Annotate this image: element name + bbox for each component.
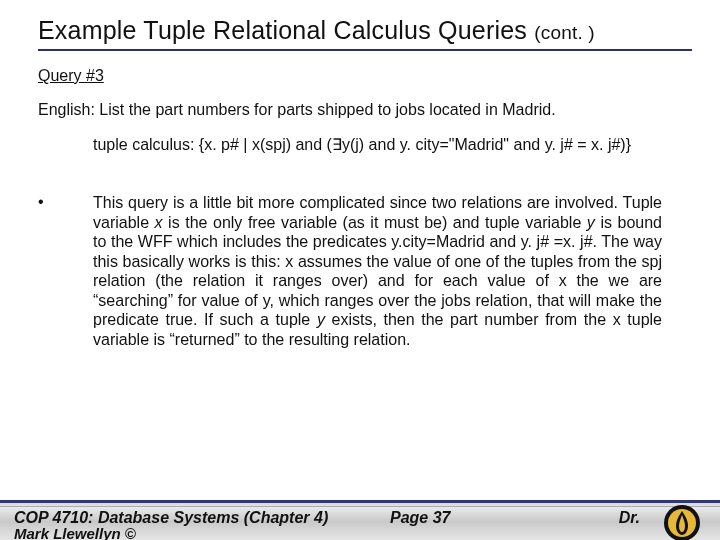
tuple-calculus: tuple calculus: {x. p# | x(spj) and (∃y(… [93,135,632,155]
title-rule [38,49,692,51]
bullet-mark: • [38,193,93,211]
title-cont: (cont. ) [534,22,595,43]
footer-fragment: Mark Llewellyn © [14,525,136,540]
footer-dr: Dr. [619,509,640,527]
slide: Example Tuple Relational Calculus Querie… [0,0,720,540]
footer-bar: COP 4710: Database Systems (Chapter 4) P… [0,500,720,540]
slide-title: Example Tuple Relational Calculus Querie… [38,16,692,45]
footer-page: Page 37 [390,509,450,527]
explanation-row: • This query is a little bit more compli… [38,193,692,349]
explanation-text: This query is a little bit more complica… [93,193,662,349]
title-main: Example Tuple Relational Calculus Querie… [38,16,527,44]
content-area: Example Tuple Relational Calculus Querie… [38,16,692,492]
query-label: Query #3 [38,67,692,85]
seal-icon [662,503,702,540]
english-statement: English: List the part numbers for parts… [38,101,692,119]
